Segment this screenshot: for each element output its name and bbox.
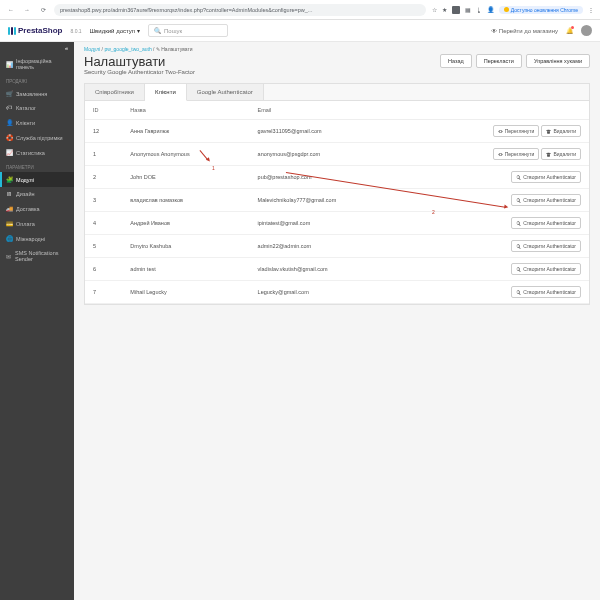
extension-icon[interactable] [452, 6, 460, 14]
cell-name: Андрей Иванов [122, 212, 249, 235]
extension-icon-2[interactable]: ▦ [465, 6, 471, 13]
puzzle-icon: 🧩 [6, 176, 12, 183]
avatar[interactable] [581, 25, 592, 36]
create-authenticator-button[interactable]: Створити Authenticator [511, 217, 581, 229]
translate-button[interactable]: Перекласти [476, 54, 522, 68]
tab-employees[interactable]: Співробітники [85, 84, 145, 100]
browser-forward[interactable]: → [22, 5, 32, 15]
delete-button[interactable]: Видалити [541, 125, 581, 137]
logo[interactable]: PrestaShop [8, 26, 62, 35]
browser-url-bar[interactable]: prestashop8.pwy.pro/admin367auref9rexmor… [54, 4, 426, 16]
star-icon[interactable]: ★ [442, 6, 447, 13]
cell-name: Dmytro Kashuba [122, 235, 249, 258]
sidebar-item-shipping[interactable]: 🚚Доставка [0, 201, 74, 216]
download-icon[interactable]: ⭳ [476, 7, 482, 13]
create-authenticator-button[interactable]: Створити Authenticator [511, 240, 581, 252]
sidebar-item-support[interactable]: 🛟Служба підтримки [0, 130, 74, 145]
manage-hooks-button[interactable]: Управління хуками [526, 54, 590, 68]
cell-actions: Створити Authenticator [409, 189, 589, 212]
table-row: 3владислав помазковMalevichnikolay777@gm… [85, 189, 589, 212]
browser-toolbar-icons: ☆ ★ ▦ ⭳ 👤 Доступно оновлення Chrome ⋮ [432, 6, 594, 14]
browser-back[interactable]: ← [6, 5, 16, 15]
profile-icon[interactable]: 👤 [487, 6, 494, 13]
cell-id: 4 [85, 212, 122, 235]
support-icon: 🛟 [6, 134, 12, 141]
col-id: ID [85, 101, 122, 120]
cell-actions: Створити Authenticator [409, 281, 589, 304]
browser-reload[interactable]: ⟳ [38, 5, 48, 15]
view-button[interactable]: Переглянути [493, 125, 540, 137]
cell-name: Anonymous Anonymous [122, 143, 249, 166]
search-icon: 🔍 [154, 27, 161, 34]
sidebar-collapse-icon[interactable]: « [0, 42, 74, 54]
table-row: 7Mihail LeguckyLegucky@gmail.comСтворити… [85, 281, 589, 304]
menu-icon[interactable]: ⋮ [588, 6, 594, 13]
create-authenticator-button[interactable]: Створити Authenticator [511, 263, 581, 275]
sidebar-item-orders[interactable]: 🛒Замовлення [0, 86, 74, 101]
view-button[interactable]: Переглянути [493, 148, 540, 160]
content-panel: Співробітники Клієнти Google Authenticat… [84, 83, 590, 305]
cell-actions: Створити Authenticator [409, 235, 589, 258]
sidebar-item-stats[interactable]: 📈Статистика [0, 145, 74, 160]
quick-access-dropdown[interactable]: Швидкий доступ ▾ [90, 27, 140, 34]
cell-id: 3 [85, 189, 122, 212]
sidebar-section-sales: ПРОДАЖІ [0, 74, 74, 86]
sidebar-item-international[interactable]: 🌐Міжнародні [0, 231, 74, 246]
cell-actions: Створити Authenticator [409, 212, 589, 235]
chrome-update-button[interactable]: Доступно оновлення Chrome [499, 6, 583, 14]
tab-clients[interactable]: Клієнти [145, 84, 187, 101]
cell-id: 12 [85, 120, 122, 143]
table-row: 1Anonymous Anonymousanonymous@psgdpr.com… [85, 143, 589, 166]
notifications-bell-icon[interactable]: 🔔 [566, 27, 573, 34]
cell-email: vladislav.vkutish@gmail.com [250, 258, 410, 281]
chevron-down-icon: ▾ [137, 27, 140, 34]
logo-icon [8, 27, 16, 35]
page-title: Налаштувати [84, 54, 195, 69]
cell-actions: ПереглянутиВидалити [409, 143, 589, 166]
back-button[interactable]: Назад [440, 54, 472, 68]
table-row: 4Андрей Ивановipintatest@gmail.comСтвори… [85, 212, 589, 235]
delete-button[interactable]: Видалити [541, 148, 581, 160]
cell-email: ipintatest@gmail.com [250, 212, 410, 235]
url-text: prestashop8.pwy.pro/admin367auref9rexmor… [60, 7, 312, 13]
sms-icon: ✉ [6, 253, 11, 260]
breadcrumb-configure[interactable]: ✎ Налаштувати [156, 46, 193, 52]
cell-name: Mihail Legucky [122, 281, 249, 304]
sidebar-item-payment[interactable]: 💳Оплата [0, 216, 74, 231]
create-authenticator-button[interactable]: Створити Authenticator [511, 286, 581, 298]
sidebar: « 📊Інформаційна панель ПРОДАЖІ 🛒Замовлен… [0, 42, 74, 600]
goto-store-link[interactable]: 👁 Перейти до магазину [491, 28, 558, 34]
user-icon: 👤 [6, 119, 12, 126]
browser-chrome-bar: ← → ⟳ prestashop8.pwy.pro/admin367auref9… [0, 0, 600, 20]
cell-actions: Створити Authenticator [409, 166, 589, 189]
table-row: 5Dmytro Kashubaadmin22@admin.comСтворити… [85, 235, 589, 258]
cell-name: Анна Гаврилюк [122, 120, 249, 143]
cell-actions: ПереглянутиВидалити [409, 120, 589, 143]
tab-google-authenticator[interactable]: Google Authenticator [187, 84, 264, 100]
main-content: Модулі / pw_google_two_auth / ✎ Налаштув… [74, 42, 600, 600]
cart-icon: 🛒 [6, 90, 12, 97]
search-input[interactable]: 🔍 Пошук [148, 24, 228, 37]
table-row: 12Анна Гаврилюкgavrel311095@gmail.comПер… [85, 120, 589, 143]
sidebar-item-customers[interactable]: 👤Клієнти [0, 115, 74, 130]
breadcrumb: Модулі / pw_google_two_auth / ✎ Налаштув… [74, 42, 600, 52]
dashboard-icon: 📊 [6, 61, 12, 68]
sidebar-item-dashboard[interactable]: 📊Інформаційна панель [0, 54, 74, 74]
breadcrumb-modules[interactable]: Модулі [84, 46, 100, 52]
create-authenticator-button[interactable]: Створити Authenticator [511, 194, 581, 206]
breadcrumb-module-name[interactable]: pw_google_two_auth [104, 46, 151, 52]
create-authenticator-button[interactable]: Створити Authenticator [511, 171, 581, 183]
cell-actions: Створити Authenticator [409, 258, 589, 281]
cell-email: anonymous@psgdpr.com [250, 143, 410, 166]
sidebar-item-sms[interactable]: ✉SMS Notifications Sender [0, 246, 74, 266]
cell-name: владислав помазков [122, 189, 249, 212]
card-icon: 💳 [6, 220, 12, 227]
truck-icon: 🚚 [6, 205, 12, 212]
table-row: 2John DOEpub@prestashop.comСтворити Auth… [85, 166, 589, 189]
cell-email: Malevichnikolay777@gmail.com [250, 189, 410, 212]
translate-icon[interactable]: ☆ [432, 6, 437, 13]
sidebar-item-catalog[interactable]: 🏷Каталог [0, 101, 74, 115]
sidebar-item-modules[interactable]: 🧩Модулі [0, 172, 74, 187]
sidebar-item-design[interactable]: 🖥Дизайн [0, 187, 74, 201]
table-row: 6admin testvladislav.vkutish@gmail.comСт… [85, 258, 589, 281]
